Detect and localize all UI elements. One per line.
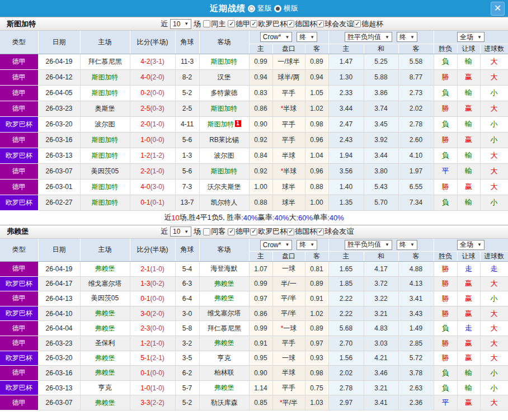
corner-cell: 6-2	[175, 366, 199, 381]
crow-home-odds-cell: 1.14	[249, 380, 272, 395]
chevron-down-icon: ▼	[385, 35, 389, 40]
date-cell: 26-04-19	[38, 54, 80, 69]
checkbox-checked-icon[interactable]	[228, 20, 235, 27]
header-score: 比分(半场)	[130, 239, 175, 262]
recent-count-select[interactable]: 10 ▼	[170, 226, 191, 237]
crow-away-odds-cell: 0.98	[305, 366, 328, 381]
match-row: 欧罗巴杯26-03-20波尔图2-0(1-0)4-11斯图加特10.90平手0.…	[0, 116, 508, 132]
avg-home-odds-cell: 1.94	[328, 148, 364, 163]
avg-away-odds-cell: 2.36	[398, 395, 434, 410]
same-venue-checkbox[interactable]: 同客	[203, 226, 225, 237]
header-avg-draw: 和	[364, 44, 398, 54]
bookmaker-select[interactable]: Crow*▼	[260, 32, 293, 42]
avg-away-odds-cell: 8.77	[398, 69, 434, 85]
result-cell: 勝	[434, 306, 457, 321]
date-cell: 26-02-27	[38, 195, 80, 210]
crow-home-odds-cell: 0.92	[249, 132, 272, 148]
avg-home-odds-cell: 1.47	[328, 54, 364, 69]
league-filter-checkbox[interactable]: 德甲	[228, 19, 250, 29]
crow-home-odds-cell: 0.90	[249, 116, 272, 132]
league-filter-label: 德国杯	[295, 19, 317, 29]
avg-odds-select[interactable]: 胜平负均值▼	[345, 32, 392, 42]
away-team-cell: 拜仁慕尼黑	[199, 321, 249, 336]
league-filter-checkbox[interactable]: 德国杯	[287, 19, 317, 29]
league-filter-checkbox[interactable]: 德超杯	[354, 19, 383, 29]
avg-draw-odds-cell: 3.03	[364, 336, 398, 351]
match-row: 欧罗巴杯26-02-27斯图加特0-1(0-1)13-7凯尔特人0.88球半1.…	[0, 195, 508, 210]
avg-odds-select[interactable]: 胜平负均值▼	[345, 240, 392, 250]
handicap-cell: 平手	[272, 336, 305, 351]
odds-stage-select[interactable]: 终▼	[297, 32, 317, 42]
handicap-cell: 平手	[272, 380, 305, 395]
bookmaker-select[interactable]: Crow*▼	[260, 240, 293, 250]
crow-away-odds-cell: 0.93	[305, 351, 328, 366]
league-cell: 德甲	[0, 85, 38, 101]
recent-count-select[interactable]: 10 ▼	[170, 19, 191, 29]
checkbox-icon[interactable]	[203, 228, 210, 235]
away-team-cell: 弗赖堡	[199, 336, 249, 351]
radio-icon[interactable]	[248, 5, 255, 12]
away-team-cell: 弗赖堡	[199, 291, 249, 306]
header-odds-home: 主	[249, 44, 272, 54]
score-cell: 1-0(1-0)	[130, 380, 175, 395]
checkbox-checked-icon[interactable]	[354, 20, 361, 27]
full-match-select[interactable]: 全场▼	[457, 240, 485, 250]
avg-select-group: 胜平负均值▼ 终▼	[328, 239, 434, 252]
checkbox-checked-icon[interactable]	[317, 228, 324, 235]
league-cell: 德甲	[0, 69, 38, 85]
home-team-cell: 斯图加特	[80, 69, 130, 85]
home-team-cell: 弗赖堡	[80, 395, 130, 410]
home-team-cell: 斯图加特	[80, 85, 130, 101]
avg-stage-select[interactable]: 终▼	[397, 32, 417, 42]
avg-away-odds-cell: 2.85	[398, 336, 434, 351]
league-cell: 德甲	[0, 163, 38, 179]
summary-part: 单率	[313, 213, 327, 223]
avg-draw-odds-cell: 3.46	[364, 366, 398, 381]
avg-away-odds-cell: 3.78	[398, 366, 434, 381]
league-cell: 德甲	[0, 132, 38, 148]
avg-stage-select[interactable]: 终▼	[397, 240, 417, 250]
home-team-cell: 弗赖堡	[80, 321, 130, 336]
result-cell: 勝	[434, 132, 457, 148]
avg-draw-odds-cell: 5.70	[364, 195, 398, 210]
radio-vertical-layout[interactable]: 竖版	[248, 3, 272, 13]
checkbox-checked-icon[interactable]	[250, 228, 257, 235]
checkbox-icon[interactable]	[203, 20, 210, 27]
matches-table-freiburg: 类型 日期 主场 比分(半场) 角球 客场 Crow*▼ 终▼ 胜平负均值▼ 终…	[0, 239, 508, 410]
checkbox-checked-icon[interactable]	[228, 228, 235, 235]
radio-checked-icon[interactable]	[274, 5, 281, 12]
crow-away-odds-cell: 1.04	[305, 148, 328, 163]
league-filter-checkbox[interactable]: 球会友谊	[317, 19, 354, 29]
result-cell: 勝	[434, 262, 457, 277]
same-venue-checkbox[interactable]: 同主	[203, 19, 225, 29]
league-filter-checkbox[interactable]: 欧罗巴杯	[250, 19, 287, 29]
score-cell: 0-1(0-1)	[130, 195, 175, 210]
radio-horizontal-layout[interactable]: 横版	[274, 3, 298, 13]
handicap-cell: 半球	[272, 148, 305, 163]
avg-draw-odds-cell: 3.44	[364, 148, 398, 163]
avg-draw-odds-cell: 4.17	[364, 262, 398, 277]
league-filter-checkbox[interactable]: 欧罗巴杯	[250, 226, 287, 237]
away-team-cell: 凯尔特人	[199, 195, 249, 210]
handicap-result-cell: 赢	[457, 132, 480, 148]
checkbox-checked-icon[interactable]	[250, 20, 257, 27]
corner-cell: 13-7	[175, 195, 199, 210]
league-filter-checkbox[interactable]: 球会友谊	[317, 226, 354, 237]
checkbox-checked-icon[interactable]	[287, 20, 294, 27]
checkbox-checked-icon[interactable]	[317, 20, 324, 27]
full-match-select[interactable]: 全场▼	[457, 32, 485, 42]
away-team-cell: 维戈塞尔塔	[199, 306, 249, 321]
odds-stage-select[interactable]: 终▼	[297, 240, 317, 250]
corner-cell: 3-2	[175, 336, 199, 351]
close-button[interactable]: ✕	[491, 2, 505, 16]
match-row: 欧罗巴杯26-03-13斯图加特1-2(1-2)1-3波尔图0.84半球1.04…	[0, 148, 508, 163]
crow-away-odds-cell: 1.02	[305, 306, 328, 321]
league-filter-checkbox[interactable]: 德甲	[228, 226, 250, 237]
goals-result-cell: 走	[480, 262, 508, 277]
chevron-down-icon: ▼	[184, 21, 189, 26]
avg-draw-odds-cell: 3.21	[364, 306, 398, 321]
summary-part: :60%	[297, 214, 313, 222]
date-cell: 26-04-12	[38, 69, 80, 85]
checkbox-checked-icon[interactable]	[287, 228, 294, 235]
league-filter-checkbox[interactable]: 德国杯	[287, 226, 317, 237]
